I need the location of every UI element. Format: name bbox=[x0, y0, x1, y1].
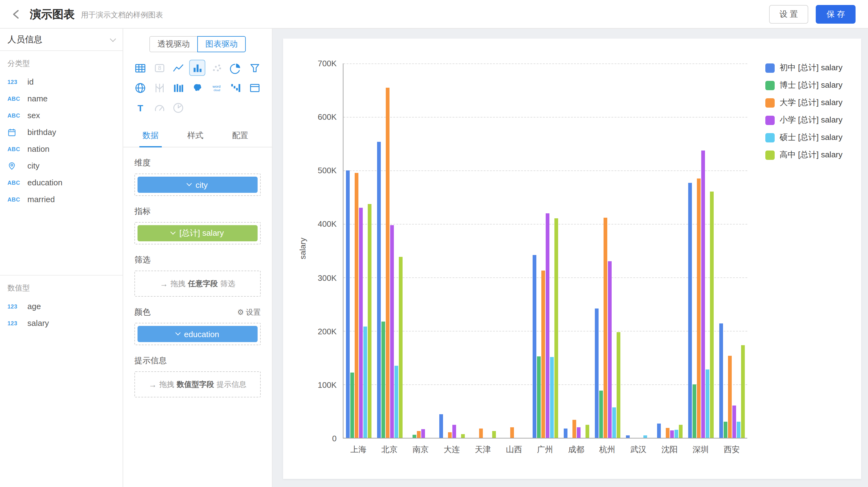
field-label: city bbox=[27, 161, 39, 170]
bar-chart-icon[interactable] bbox=[189, 60, 206, 76]
bar bbox=[670, 430, 674, 438]
chevron-down-icon bbox=[187, 181, 192, 186]
settings-button[interactable]: 设 置 bbox=[769, 5, 809, 23]
bar bbox=[595, 309, 598, 438]
parallel-chart-icon[interactable] bbox=[151, 79, 167, 96]
color-settings-label: 设置 bbox=[246, 307, 261, 318]
x-axis-labels: 上海北京南京大连天津山西广州成都杭州武汉沈阳深圳西安 bbox=[343, 444, 747, 455]
y-tick-label: 200K bbox=[318, 327, 337, 336]
bar-group-南京 bbox=[406, 63, 437, 438]
back-button[interactable] bbox=[9, 6, 24, 22]
header-actions: 设 置 保 存 bbox=[769, 5, 856, 23]
bar bbox=[701, 151, 705, 438]
text-chart-icon[interactable]: T bbox=[132, 99, 148, 116]
bar bbox=[395, 366, 399, 438]
field-item-age[interactable]: 123 age bbox=[0, 298, 123, 315]
tab-style[interactable]: 样式 bbox=[173, 124, 218, 147]
save-button[interactable]: 保 存 bbox=[816, 5, 856, 23]
numeric-field-list: 123 age 123 salary bbox=[0, 298, 123, 331]
color-settings-button[interactable]: 设置 bbox=[237, 307, 261, 318]
tooltip-section-label: 提示信息 bbox=[134, 355, 261, 366]
scatter-chart-icon[interactable] bbox=[209, 60, 225, 76]
map-chart-icon[interactable] bbox=[189, 79, 206, 96]
bar bbox=[688, 183, 691, 438]
funnel-chart-icon[interactable] bbox=[247, 60, 263, 76]
x-category-label: 杭州 bbox=[592, 444, 623, 455]
field-item-birthday[interactable]: birthday bbox=[0, 124, 123, 140]
dial-chart-icon[interactable] bbox=[170, 99, 187, 116]
color-dropzone[interactable]: education bbox=[134, 323, 261, 345]
field-item-education[interactable]: ABC education bbox=[0, 174, 123, 191]
field-label: salary bbox=[27, 319, 49, 328]
bar bbox=[577, 427, 581, 438]
bar bbox=[391, 225, 394, 438]
field-item-nation[interactable]: ABC nation bbox=[0, 140, 123, 157]
bar bbox=[382, 321, 385, 438]
field-item-sex[interactable]: ABC sex bbox=[0, 107, 123, 124]
field-item-city[interactable]: city bbox=[0, 157, 123, 174]
field-label: id bbox=[27, 77, 34, 87]
legend-item[interactable]: 大学 [总计] salary bbox=[765, 97, 842, 108]
dimension-pill[interactable]: city bbox=[137, 176, 257, 193]
x-category-label: 大连 bbox=[436, 444, 467, 455]
svg-text:word: word bbox=[212, 84, 221, 88]
filter-placeholder-bold: 任意字段 bbox=[188, 278, 218, 289]
tab-data[interactable]: 数据 bbox=[128, 124, 173, 147]
bar bbox=[732, 406, 736, 438]
waterfall-chart-icon[interactable] bbox=[228, 79, 244, 96]
legend-item[interactable]: 小学 [总计] salary bbox=[765, 115, 842, 126]
bar bbox=[728, 355, 732, 438]
svg-text:T: T bbox=[137, 103, 143, 113]
x-category-label: 北京 bbox=[374, 444, 405, 455]
legend-swatch bbox=[765, 98, 775, 107]
metric-dropzone[interactable]: [总计] salary bbox=[134, 222, 261, 245]
table-chart-icon[interactable] bbox=[132, 60, 148, 76]
field-item-married[interactable]: ABC married bbox=[0, 191, 123, 208]
legend-swatch bbox=[765, 133, 775, 142]
legend-item[interactable]: 博士 [总计] salary bbox=[765, 79, 842, 91]
plot-area bbox=[343, 63, 747, 439]
bar bbox=[422, 429, 425, 438]
bar bbox=[461, 434, 465, 438]
color-pill[interactable]: education bbox=[137, 326, 257, 342]
scorecard-icon[interactable]: 8 bbox=[151, 60, 167, 76]
header-left: 演示图表 用于演示文档的样例图表 bbox=[9, 6, 163, 22]
radar-chart-icon[interactable] bbox=[132, 79, 148, 96]
bar bbox=[741, 345, 744, 438]
bar bbox=[696, 178, 700, 438]
drag-arrow-icon: → bbox=[160, 279, 168, 288]
gauge-chart-icon[interactable] bbox=[151, 99, 167, 116]
section-label-numeric: 数值型 bbox=[0, 275, 123, 298]
metric-pill[interactable]: [总计] salary bbox=[137, 225, 257, 241]
sankey-chart-icon[interactable] bbox=[170, 79, 187, 96]
legend-item[interactable]: 高中 [总计] salary bbox=[765, 149, 842, 160]
wordcloud-chart-icon[interactable]: wordcloud bbox=[209, 79, 225, 96]
drag-arrow-icon: → bbox=[149, 380, 157, 389]
iframe-chart-icon[interactable] bbox=[247, 79, 263, 96]
mode-tab-chart[interactable]: 图表驱动 bbox=[197, 36, 246, 52]
data-source-header[interactable]: 人员信息 bbox=[0, 29, 123, 51]
tab-config[interactable]: 配置 bbox=[218, 124, 262, 147]
field-item-salary[interactable]: 123 salary bbox=[0, 315, 123, 331]
legend-item[interactable]: 初中 [总计] salary bbox=[765, 62, 842, 73]
bar bbox=[448, 432, 452, 438]
mode-tab-pivot[interactable]: 透视驱动 bbox=[149, 36, 198, 52]
pie-chart-icon[interactable] bbox=[228, 60, 244, 76]
field-item-id[interactable]: 123 id bbox=[0, 73, 123, 90]
x-category-label: 南京 bbox=[405, 444, 436, 455]
legend-item[interactable]: 硕士 [总计] salary bbox=[765, 132, 842, 143]
bar bbox=[665, 428, 669, 438]
legend-label: 大学 [总计] salary bbox=[780, 97, 842, 108]
filter-dropzone[interactable]: → 拖拽任意字段筛选 bbox=[134, 270, 261, 297]
svg-text:cloud: cloud bbox=[213, 88, 220, 91]
bar bbox=[452, 424, 456, 438]
bar bbox=[364, 327, 367, 438]
x-category-label: 武汉 bbox=[623, 444, 654, 455]
filter-placeholder-text: 筛选 bbox=[220, 278, 235, 289]
line-chart-icon[interactable] bbox=[170, 60, 187, 76]
x-category-label: 西安 bbox=[716, 444, 747, 455]
field-item-name[interactable]: ABC name bbox=[0, 90, 123, 107]
tooltip-dropzone[interactable]: → 拖拽数值型字段提示信息 bbox=[134, 371, 261, 397]
field-sidebar: 人员信息 分类型 123 id ABC name ABC sex bbox=[0, 29, 123, 487]
dimension-dropzone[interactable]: city bbox=[134, 173, 261, 196]
